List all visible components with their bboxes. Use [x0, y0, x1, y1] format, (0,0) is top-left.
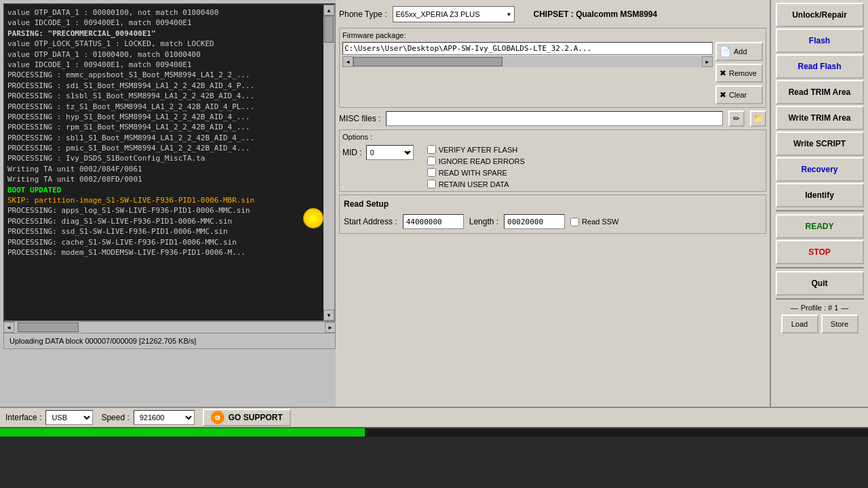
log-line: value OTP_LOCK_STATUS_1 : LOCKED, match … [7, 39, 321, 49]
log-line: SKIP: partition-image_S1-SW-LIVE-F936-PI… [7, 195, 321, 205]
status-bar: Uploading DATA block 000007/000009 [2126… [3, 333, 336, 349]
profile-dash-right: — [841, 304, 848, 312]
log-line: PROCESSING : tz_S1_Boot_MSM8994_LA1_2_2_… [7, 102, 321, 112]
phone-type-label: Phone Type : [339, 9, 387, 19]
read-flash-button[interactable]: Read Flash [776, 54, 864, 79]
log-line: PROCESSING : Ivy_DSDS_S1BootConfig_MiscT… [7, 153, 321, 163]
misc-edit-button[interactable]: ✏ [728, 110, 745, 127]
read-with-spare-checkbox[interactable] [427, 168, 436, 177]
firmware-label: Firmware package: [342, 31, 763, 39]
scroll-left-button[interactable]: ◄ [3, 322, 14, 333]
h-scroll-track[interactable] [14, 322, 325, 333]
divider3 [776, 298, 864, 300]
progress-bar-container [0, 427, 868, 436]
add-label: Add [734, 47, 747, 56]
phone-type-select-wrapper[interactable]: E65xx_XPERIA Z3 PLUS [393, 6, 515, 22]
interface-label: Interface : [5, 413, 41, 422]
vertical-scrollbar[interactable]: ▲ ▼ [323, 5, 334, 321]
remove-button[interactable]: ✖ Remove [715, 64, 763, 83]
mid-row: MID : 0 [342, 145, 414, 160]
scroll-down-button[interactable]: ▼ [323, 310, 334, 321]
profile-dash-left: — [791, 304, 798, 312]
write-script-button[interactable]: Write SCRIPT [776, 131, 864, 156]
recovery-button[interactable]: Recovery [776, 157, 864, 182]
plus-icon: 📄 [719, 46, 731, 57]
horizontal-scrollbar[interactable]: ◄ ► [3, 322, 336, 333]
scroll-right-button[interactable]: ► [325, 322, 336, 333]
recovery-label: Recovery [801, 165, 837, 174]
phone-type-select[interactable]: E65xx_XPERIA Z3 PLUS [393, 6, 515, 22]
scroll-up-button[interactable]: ▲ [323, 5, 334, 16]
length-input[interactable] [504, 214, 565, 229]
speed-select[interactable]: 921600 [134, 410, 195, 425]
identify-button[interactable]: Identify [776, 183, 864, 207]
profile-row: — Profile : # 1 — [791, 302, 849, 313]
mid-select[interactable]: 0 [366, 145, 414, 160]
log-line: PROCESSING: cache_S1-SW-LIVE-F936-PID1-0… [7, 237, 321, 247]
ready-label: READY [805, 222, 833, 231]
misc-folder-button[interactable]: 📁 [750, 110, 766, 127]
log-line: PROCESSING : s1sbl_S1_Boot_MSM8994_LA1_2… [7, 91, 321, 101]
log-line: PROCESSING : sbl1_S1_Boot_MSM8994_LA1_2_… [7, 133, 321, 143]
read-flash-label: Read Flash [797, 62, 841, 71]
retain-user-data-row: RETAIN USER DATA [427, 180, 525, 188]
read-trim-area-button[interactable]: Read TRIM Area [776, 80, 864, 104]
verify-after-flash-label: VERIFY AFTER FLASH [439, 146, 518, 154]
h-scroll-thumb[interactable] [18, 323, 79, 332]
quit-button[interactable]: Quit [776, 271, 864, 296]
fw-scroll-left[interactable]: ◄ [342, 56, 353, 67]
firmware-scrollbar-h[interactable]: ◄ ► [342, 56, 713, 67]
write-trim-area-button[interactable]: Write TRIM Area [776, 106, 864, 130]
log-line: value IDCODE_1 : 009400E1, match 009400E… [7, 60, 321, 70]
options-row: MID : 0 VERIFY AFTER FLASH [342, 145, 763, 188]
clear-icon: ✖ [719, 90, 726, 100]
start-address-input[interactable] [403, 214, 464, 229]
fw-scroll-right[interactable]: ► [702, 56, 713, 67]
ready-button[interactable]: READY [776, 214, 864, 239]
scroll-track[interactable] [323, 16, 334, 310]
unlock-repair-label: Unlock/Repair [792, 10, 847, 20]
ignore-read-errors-checkbox[interactable] [427, 157, 436, 165]
read-setup-title: Read Setup [344, 199, 619, 209]
mid-select-wrapper[interactable]: 0 [366, 145, 414, 160]
store-button[interactable]: Store [821, 314, 859, 333]
go-support-label: GO SUPPORT [229, 413, 283, 422]
unlock-repair-button[interactable]: Unlock/Repair [776, 3, 864, 27]
remove-icon: ✖ [719, 68, 726, 78]
retain-user-data-checkbox[interactable] [427, 180, 436, 188]
log-content: value OTP_DATA_1 : 00000100, not match 0… [5, 5, 323, 321]
remove-label: Remove [729, 69, 757, 77]
log-line: BOOT UPDATED [7, 185, 321, 195]
divider [776, 210, 864, 211]
scroll-thumb[interactable] [324, 16, 334, 43]
load-button[interactable]: Load [781, 314, 818, 333]
read-trim-area-label: Read TRIM Area [789, 87, 851, 97]
misc-label: MISC files : [339, 114, 380, 123]
options-section: Options : MID : 0 VERIFY [339, 129, 766, 192]
firmware-list[interactable]: C:\Users\User\Desktop\APP-SW-Ivy_GLOBALD… [342, 42, 713, 55]
read-ssw-label: Read SSW [582, 218, 618, 226]
fw-h-thumb[interactable] [353, 57, 502, 66]
log-line: value OTP_DATA_1 : 01000400, match 01000… [7, 49, 321, 60]
add-button[interactable]: 📄 Add [715, 42, 763, 61]
flash-label: Flash [809, 36, 830, 45]
bottom-space [0, 436, 868, 488]
flash-button[interactable]: Flash [776, 28, 864, 53]
firmware-row: C:\Users\User\Desktop\APP-SW-Ivy_GLOBALD… [342, 42, 763, 104]
log-line: PROCESSING : hyp_S1_Boot_MSM8994_LA1_2_2… [7, 112, 321, 122]
verify-after-flash-checkbox[interactable] [427, 145, 436, 154]
misc-input[interactable] [386, 111, 723, 126]
speed-label: Speed : [101, 413, 129, 422]
go-support-button[interactable]: ⚙ GO SUPPORT [203, 409, 291, 426]
clear-button[interactable]: ✖ Clear [715, 85, 763, 104]
log-line: PARSING: "PRECOMMERCIAL_009400E1" [7, 28, 321, 39]
phone-type-row: Phone Type : E65xx_XPERIA Z3 PLUS CHIPSE… [339, 3, 766, 25]
write-trim-area-label: Write TRIM Area [788, 113, 850, 123]
log-line: PROCESSING : sdi_S1_Boot_MSM8994_LA1_2_2… [7, 81, 321, 91]
progress-bar-fill [0, 428, 365, 436]
stop-button[interactable]: STOP [776, 240, 864, 264]
interface-select[interactable]: USB [45, 410, 93, 425]
read-ssw-checkbox[interactable] [570, 218, 579, 226]
fw-h-track[interactable] [353, 56, 702, 67]
log-line: PROCESSING : pmic_S1_Boot_MSM8994_LA1_2_… [7, 143, 321, 153]
